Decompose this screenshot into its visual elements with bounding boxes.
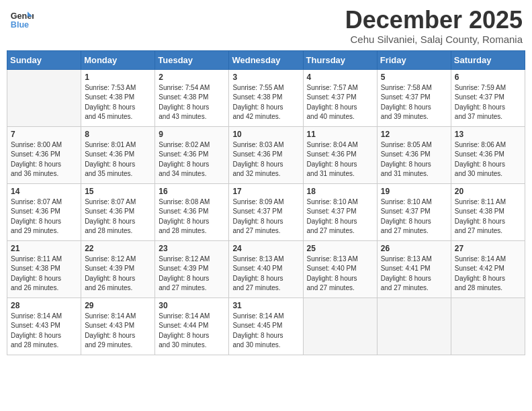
- day-number: 28: [11, 301, 77, 310]
- day-number: 2: [159, 73, 225, 82]
- week-row-5: 28Sunrise: 8:14 AM Sunset: 4:43 PM Dayli…: [7, 298, 525, 355]
- day-info: Sunrise: 8:14 AM Sunset: 4:43 PM Dayligh…: [11, 312, 77, 351]
- day-info: Sunrise: 8:14 AM Sunset: 4:42 PM Dayligh…: [455, 255, 521, 293]
- day-info: Sunrise: 8:14 AM Sunset: 4:45 PM Dayligh…: [232, 312, 299, 351]
- day-number: 20: [455, 187, 521, 196]
- day-cell: 17Sunrise: 8:09 AM Sunset: 4:37 PM Dayli…: [229, 183, 303, 240]
- day-number: 27: [455, 244, 521, 253]
- day-info: Sunrise: 8:11 AM Sunset: 4:38 PM Dayligh…: [455, 197, 521, 236]
- day-number: 15: [85, 187, 151, 196]
- location-title: Cehu Silvaniei, Salaj County, Romania: [345, 34, 523, 45]
- calendar-body: 1Sunrise: 7:53 AM Sunset: 4:38 PM Daylig…: [7, 69, 525, 355]
- day-cell: 16Sunrise: 8:08 AM Sunset: 4:36 PM Dayli…: [155, 183, 229, 240]
- day-info: Sunrise: 8:07 AM Sunset: 4:36 PM Dayligh…: [85, 197, 151, 236]
- svg-text:Blue: Blue: [11, 20, 29, 30]
- day-info: Sunrise: 8:04 AM Sunset: 4:36 PM Dayligh…: [307, 140, 373, 179]
- day-info: Sunrise: 8:14 AM Sunset: 4:43 PM Dayligh…: [85, 312, 151, 351]
- day-info: Sunrise: 8:13 AM Sunset: 4:41 PM Dayligh…: [381, 255, 447, 293]
- day-number: 25: [307, 244, 373, 253]
- day-cell: 24Sunrise: 8:13 AM Sunset: 4:40 PM Dayli…: [229, 240, 303, 298]
- day-cell: 10Sunrise: 8:03 AM Sunset: 4:36 PM Dayli…: [229, 126, 303, 183]
- day-number: 9: [159, 130, 225, 139]
- day-number: 6: [455, 73, 521, 82]
- day-number: 29: [85, 301, 151, 310]
- day-number: 8: [85, 130, 151, 139]
- day-cell: 23Sunrise: 8:12 AM Sunset: 4:39 PM Dayli…: [155, 240, 229, 298]
- day-cell: 21Sunrise: 8:11 AM Sunset: 4:38 PM Dayli…: [7, 240, 81, 298]
- day-info: Sunrise: 7:57 AM Sunset: 4:37 PM Dayligh…: [307, 83, 373, 122]
- day-info: Sunrise: 8:13 AM Sunset: 4:40 PM Dayligh…: [307, 255, 373, 293]
- day-cell: 19Sunrise: 8:10 AM Sunset: 4:37 PM Dayli…: [377, 183, 451, 240]
- day-info: Sunrise: 8:11 AM Sunset: 4:38 PM Dayligh…: [11, 255, 77, 293]
- weekday-saturday: Saturday: [451, 50, 525, 69]
- day-cell: 8Sunrise: 8:01 AM Sunset: 4:36 PM Daylig…: [81, 126, 155, 183]
- day-info: Sunrise: 8:12 AM Sunset: 4:39 PM Dayligh…: [85, 255, 151, 293]
- day-number: 4: [307, 73, 373, 82]
- day-info: Sunrise: 8:10 AM Sunset: 4:37 PM Dayligh…: [307, 197, 373, 236]
- day-info: Sunrise: 7:53 AM Sunset: 4:38 PM Dayligh…: [85, 83, 151, 122]
- day-number: 3: [232, 73, 299, 82]
- day-info: Sunrise: 8:07 AM Sunset: 4:36 PM Dayligh…: [11, 197, 77, 236]
- day-cell: 28Sunrise: 8:14 AM Sunset: 4:43 PM Dayli…: [7, 298, 81, 355]
- day-cell: 2Sunrise: 7:54 AM Sunset: 4:38 PM Daylig…: [155, 69, 229, 126]
- day-info: Sunrise: 8:01 AM Sunset: 4:36 PM Dayligh…: [85, 140, 151, 179]
- day-info: Sunrise: 8:10 AM Sunset: 4:37 PM Dayligh…: [381, 197, 447, 236]
- day-number: 23: [159, 244, 225, 253]
- day-info: Sunrise: 8:12 AM Sunset: 4:39 PM Dayligh…: [159, 255, 225, 293]
- day-cell: 18Sunrise: 8:10 AM Sunset: 4:37 PM Dayli…: [303, 183, 377, 240]
- day-number: 11: [307, 130, 373, 139]
- day-cell: 11Sunrise: 8:04 AM Sunset: 4:36 PM Dayli…: [303, 126, 377, 183]
- day-number: 26: [381, 244, 447, 253]
- calendar-table: SundayMondayTuesdayWednesdayThursdayFrid…: [7, 50, 525, 355]
- day-cell: 29Sunrise: 8:14 AM Sunset: 4:43 PM Dayli…: [81, 298, 155, 355]
- day-info: Sunrise: 7:59 AM Sunset: 4:37 PM Dayligh…: [455, 83, 521, 122]
- day-cell: 1Sunrise: 7:53 AM Sunset: 4:38 PM Daylig…: [81, 69, 155, 126]
- logo: General Blue: [9, 7, 34, 31]
- day-info: Sunrise: 8:08 AM Sunset: 4:36 PM Dayligh…: [159, 197, 225, 236]
- day-number: 1: [85, 73, 151, 82]
- weekday-wednesday: Wednesday: [229, 50, 303, 69]
- day-cell: 26Sunrise: 8:13 AM Sunset: 4:41 PM Dayli…: [377, 240, 451, 298]
- day-info: Sunrise: 8:02 AM Sunset: 4:36 PM Dayligh…: [159, 140, 225, 179]
- day-cell: 5Sunrise: 7:58 AM Sunset: 4:37 PM Daylig…: [377, 69, 451, 126]
- day-cell: [7, 69, 81, 126]
- day-cell: 4Sunrise: 7:57 AM Sunset: 4:37 PM Daylig…: [303, 69, 377, 126]
- week-row-1: 1Sunrise: 7:53 AM Sunset: 4:38 PM Daylig…: [7, 69, 525, 126]
- logo-icon: General Blue: [9, 7, 34, 31]
- day-info: Sunrise: 8:05 AM Sunset: 4:36 PM Dayligh…: [381, 140, 447, 179]
- day-info: Sunrise: 8:09 AM Sunset: 4:37 PM Dayligh…: [232, 197, 299, 236]
- day-number: 31: [232, 301, 299, 310]
- day-number: 14: [11, 187, 77, 196]
- day-number: 30: [159, 301, 225, 310]
- day-cell: 7Sunrise: 8:00 AM Sunset: 4:36 PM Daylig…: [7, 126, 81, 183]
- day-info: Sunrise: 8:00 AM Sunset: 4:36 PM Dayligh…: [11, 140, 77, 179]
- day-info: Sunrise: 7:58 AM Sunset: 4:37 PM Dayligh…: [381, 83, 447, 122]
- day-cell: 6Sunrise: 7:59 AM Sunset: 4:37 PM Daylig…: [451, 69, 525, 126]
- day-number: 12: [381, 130, 447, 139]
- day-info: Sunrise: 8:14 AM Sunset: 4:44 PM Dayligh…: [159, 312, 225, 351]
- weekday-friday: Friday: [377, 50, 451, 69]
- day-cell: [451, 298, 525, 355]
- title-section: December 2025 Cehu Silvaniei, Salaj Coun…: [345, 7, 523, 45]
- day-number: 18: [307, 187, 373, 196]
- day-cell: 27Sunrise: 8:14 AM Sunset: 4:42 PM Dayli…: [451, 240, 525, 298]
- day-cell: [377, 298, 451, 355]
- day-number: 13: [455, 130, 521, 139]
- day-number: 21: [11, 244, 77, 253]
- weekday-monday: Monday: [81, 50, 155, 69]
- day-number: 17: [232, 187, 299, 196]
- day-number: 16: [159, 187, 225, 196]
- page-header: General Blue December 2025 Cehu Silvanie…: [7, 7, 525, 45]
- day-info: Sunrise: 7:54 AM Sunset: 4:38 PM Dayligh…: [159, 83, 225, 122]
- day-number: 10: [232, 130, 299, 139]
- day-cell: 25Sunrise: 8:13 AM Sunset: 4:40 PM Dayli…: [303, 240, 377, 298]
- month-title: December 2025: [345, 7, 523, 34]
- day-cell: 9Sunrise: 8:02 AM Sunset: 4:36 PM Daylig…: [155, 126, 229, 183]
- day-cell: 3Sunrise: 7:55 AM Sunset: 4:38 PM Daylig…: [229, 69, 303, 126]
- day-cell: 13Sunrise: 8:06 AM Sunset: 4:36 PM Dayli…: [451, 126, 525, 183]
- day-info: Sunrise: 7:55 AM Sunset: 4:38 PM Dayligh…: [232, 83, 299, 122]
- week-row-2: 7Sunrise: 8:00 AM Sunset: 4:36 PM Daylig…: [7, 126, 525, 183]
- day-info: Sunrise: 8:06 AM Sunset: 4:36 PM Dayligh…: [455, 140, 521, 179]
- day-number: 7: [11, 130, 77, 139]
- day-cell: 12Sunrise: 8:05 AM Sunset: 4:36 PM Dayli…: [377, 126, 451, 183]
